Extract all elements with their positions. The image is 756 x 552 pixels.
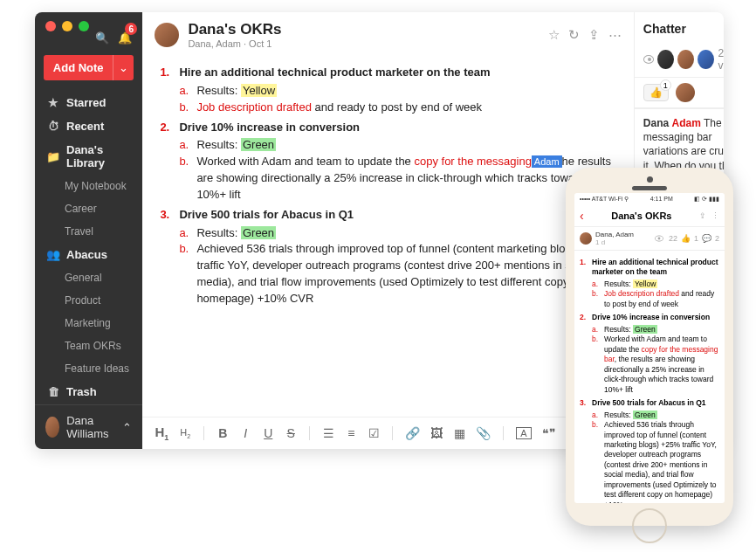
nav-icon: 👥 bbox=[47, 248, 59, 261]
nav-item[interactable]: 👥Abacus bbox=[35, 243, 142, 266]
star-icon[interactable]: ☆ bbox=[548, 27, 560, 43]
image-button[interactable]: 🖼 bbox=[430, 426, 443, 440]
nav-item[interactable]: Product bbox=[35, 289, 142, 312]
phone-screen: ••••• AT&T Wi-Fi ⚲ 4:11 PM ◧ ⟳ ▮▮▮ ‹ Dan… bbox=[574, 193, 725, 503]
current-user-name: Dana Williams bbox=[66, 414, 115, 440]
quote-button[interactable]: ❝❞ bbox=[542, 426, 556, 440]
link-button[interactable]: 🔗 bbox=[405, 426, 420, 440]
document-avatar bbox=[155, 23, 179, 47]
close-window[interactable] bbox=[45, 21, 56, 31]
history-icon[interactable]: ↻ bbox=[568, 27, 580, 43]
nav-icon: 🗑 bbox=[47, 385, 59, 398]
nav-label: Abacus bbox=[66, 248, 107, 261]
nav-item[interactable]: Career bbox=[35, 197, 142, 220]
share-icon[interactable]: ⇪ bbox=[588, 27, 600, 43]
nav-item[interactable]: ⏱Recent bbox=[35, 114, 142, 138]
highlight-button[interactable]: A bbox=[516, 427, 531, 439]
nav-item[interactable]: Marketing bbox=[35, 312, 142, 335]
search-icon[interactable]: 🔍 bbox=[95, 31, 109, 45]
nav-item[interactable]: My Notebook bbox=[35, 175, 142, 197]
nav-label: Travel bbox=[65, 225, 93, 238]
nav-item[interactable]: General bbox=[35, 266, 142, 289]
document-header: Dana's OKRs Dana, Adam · Oct 1 ☆ ↻ ⇪ ⋯ bbox=[142, 12, 633, 54]
nav-icon: ⏱ bbox=[47, 120, 59, 133]
current-user-row[interactable]: Dana Williams ⌃ bbox=[35, 404, 142, 449]
document-title[interactable]: Dana's OKRs bbox=[188, 21, 281, 38]
maximize-window[interactable] bbox=[79, 21, 89, 31]
italic-button[interactable]: I bbox=[239, 426, 251, 440]
strike-button[interactable]: S bbox=[285, 426, 297, 440]
nav-label: Product bbox=[65, 294, 100, 307]
more-icon[interactable]: ⋯ bbox=[608, 27, 622, 43]
viewer-avatar[interactable] bbox=[657, 50, 674, 69]
document-meta: Dana, Adam · Oct 1 bbox=[188, 38, 281, 49]
add-note-button-group: Add Note ⌄ bbox=[44, 55, 134, 80]
nav-item[interactable]: 📁Dana's Library bbox=[35, 138, 142, 175]
phone-status-bar: ••••• AT&T Wi-Fi ⚲ 4:11 PM ◧ ⟳ ▮▮▮ bbox=[574, 193, 725, 205]
avatar bbox=[45, 417, 59, 438]
nav-label: My Notebook bbox=[65, 180, 127, 192]
nav-label: General bbox=[65, 272, 102, 284]
editor-toolbar: H1 H2 B I U S ☰ ≡ ☑ 🔗 🖼 ▦ 📎 A ❝❞ </> A̸ bbox=[142, 417, 633, 449]
chatter-title: Chatter bbox=[643, 22, 686, 36]
notification-badge: 6 bbox=[125, 23, 137, 35]
nav-icon: ★ bbox=[47, 96, 59, 109]
sidebar: 🔍 🔔 6 Add Note ⌄ ★Starred⏱Recent📁Dana's … bbox=[35, 12, 142, 449]
table-button[interactable]: ▦ bbox=[453, 426, 465, 440]
checklist-button[interactable]: ☑ bbox=[368, 426, 380, 440]
bold-button[interactable]: B bbox=[216, 426, 229, 440]
nav-item[interactable]: Feature Ideas bbox=[35, 357, 142, 380]
nav-label: Trash bbox=[66, 385, 97, 398]
nav-label: Team OKRs bbox=[65, 340, 121, 352]
nav-icon: 📁 bbox=[47, 150, 59, 163]
nav-item[interactable]: 🗑Trash bbox=[35, 380, 142, 404]
nav-label: Marketing bbox=[65, 317, 111, 329]
add-note-button[interactable]: Add Note bbox=[44, 55, 113, 80]
eye-icon bbox=[643, 55, 654, 64]
more-icon[interactable]: ⋮ bbox=[711, 211, 719, 220]
nav-label: Feature Ideas bbox=[65, 362, 129, 375]
add-note-dropdown[interactable]: ⌄ bbox=[113, 55, 134, 80]
nav-item[interactable]: ★Starred bbox=[35, 91, 142, 114]
nav-item[interactable]: Team OKRs bbox=[35, 335, 142, 357]
nav-label: Recent bbox=[66, 120, 104, 133]
nav-label: Dana's Library bbox=[66, 143, 130, 169]
main-pane: Dana's OKRs Dana, Adam · Oct 1 ☆ ↻ ⇪ ⋯ 1… bbox=[142, 12, 633, 449]
attachment-button[interactable]: 📎 bbox=[476, 426, 491, 440]
phone-mockup: ••••• AT&T Wi-Fi ⚲ 4:11 PM ◧ ⟳ ▮▮▮ ‹ Dan… bbox=[566, 168, 733, 526]
heading-large-button[interactable]: H1 bbox=[155, 424, 168, 442]
minimize-window[interactable] bbox=[62, 21, 72, 31]
reactor-avatar[interactable] bbox=[676, 83, 695, 102]
viewer-avatar[interactable] bbox=[677, 50, 694, 69]
bullet-list-button[interactable]: ☰ bbox=[322, 426, 334, 440]
number-list-button[interactable]: ≡ bbox=[345, 426, 357, 440]
phone-title: Dana's OKRs bbox=[584, 210, 699, 221]
nav-item[interactable]: Travel bbox=[35, 220, 142, 243]
view-count: 21 views bbox=[718, 47, 724, 72]
nav-label: Career bbox=[65, 203, 97, 215]
heading-small-button[interactable]: H2 bbox=[179, 427, 191, 439]
nav-list: ★Starred⏱Recent📁Dana's LibraryMy Noteboo… bbox=[35, 87, 142, 404]
underline-button[interactable]: U bbox=[262, 426, 274, 440]
share-icon[interactable]: ⇪ bbox=[699, 211, 706, 220]
chevron-down-icon: ⌄ bbox=[119, 61, 128, 74]
thumbs-up-reaction[interactable]: 👍1 bbox=[643, 84, 669, 101]
document-body[interactable]: 1.Hire an additional technical product m… bbox=[142, 54, 633, 417]
home-button[interactable] bbox=[632, 508, 667, 543]
viewer-avatar[interactable] bbox=[698, 50, 714, 69]
nav-label: Starred bbox=[66, 96, 107, 109]
chevron-up-icon: ⌃ bbox=[122, 421, 132, 434]
